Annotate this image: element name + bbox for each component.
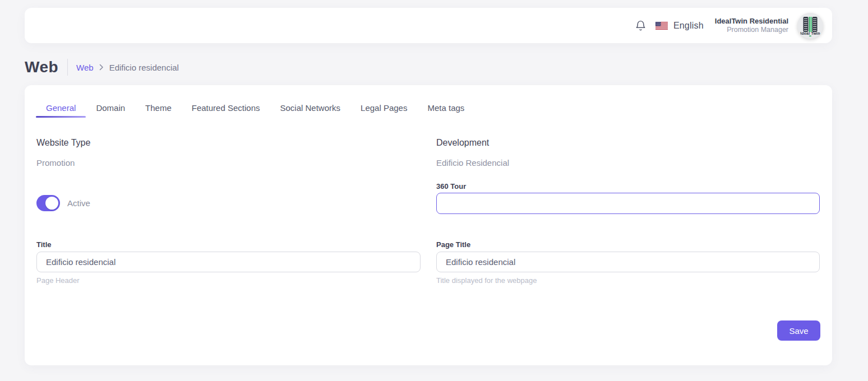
account-avatar[interactable]: Ideal Twin	[797, 13, 823, 39]
account-name: IdealTwin Residential	[715, 17, 788, 26]
tab-theme[interactable]: Theme	[135, 99, 182, 117]
settings-card: General Domain Theme Featured Sections S…	[25, 85, 832, 365]
save-button[interactable]: Save	[777, 320, 820, 341]
website-type-heading: Website Type	[36, 138, 421, 148]
account-role: Promotion Manager	[715, 26, 788, 34]
tab-general[interactable]: General	[36, 99, 86, 117]
page-title: Web	[25, 58, 58, 76]
language-selector[interactable]: English	[655, 21, 704, 31]
us-flag-icon	[655, 22, 668, 30]
toggle-knob	[45, 197, 58, 210]
active-toggle[interactable]	[36, 195, 60, 211]
development-value: Edificio Residencial	[436, 158, 820, 168]
chevron-right-icon	[99, 64, 104, 71]
tab-bar: General Domain Theme Featured Sections S…	[36, 99, 474, 117]
title-helper: Page Header	[36, 276, 421, 285]
page-header-row: Web Web Edificio residencial	[25, 56, 179, 78]
page-title-input[interactable]	[436, 252, 820, 272]
language-label: English	[673, 21, 704, 31]
tab-meta-tags[interactable]: Meta tags	[417, 99, 474, 117]
logo-text: Ideal Twin	[797, 31, 823, 35]
tour-360-label: 360 Tour	[436, 182, 820, 190]
website-type-value: Promotion	[36, 158, 421, 168]
tab-social-networks[interactable]: Social Networks	[270, 99, 351, 117]
active-toggle-row: Active	[36, 195, 90, 211]
account-info: IdealTwin Residential Promotion Manager	[715, 17, 788, 34]
tab-domain[interactable]: Domain	[86, 99, 135, 117]
title-input[interactable]	[36, 252, 421, 272]
top-bar: English IdealTwin Residential Promotion …	[25, 8, 832, 43]
breadcrumb-current: Edificio residencial	[109, 63, 179, 72]
page-title-helper: Title displayed for the webpage	[436, 276, 820, 285]
page-title-label: Page Title	[436, 240, 820, 249]
title-label: Title	[36, 240, 421, 249]
breadcrumb: Web Edificio residencial	[76, 63, 179, 72]
tour-360-input[interactable]	[436, 193, 820, 214]
divider	[67, 59, 68, 76]
bell-icon[interactable]	[635, 19, 647, 32]
tab-legal-pages[interactable]: Legal Pages	[350, 99, 417, 117]
tab-featured-sections[interactable]: Featured Sections	[182, 99, 270, 117]
active-toggle-label: Active	[67, 198, 90, 208]
development-heading: Development	[436, 138, 820, 148]
breadcrumb-link-web[interactable]: Web	[76, 63, 94, 72]
